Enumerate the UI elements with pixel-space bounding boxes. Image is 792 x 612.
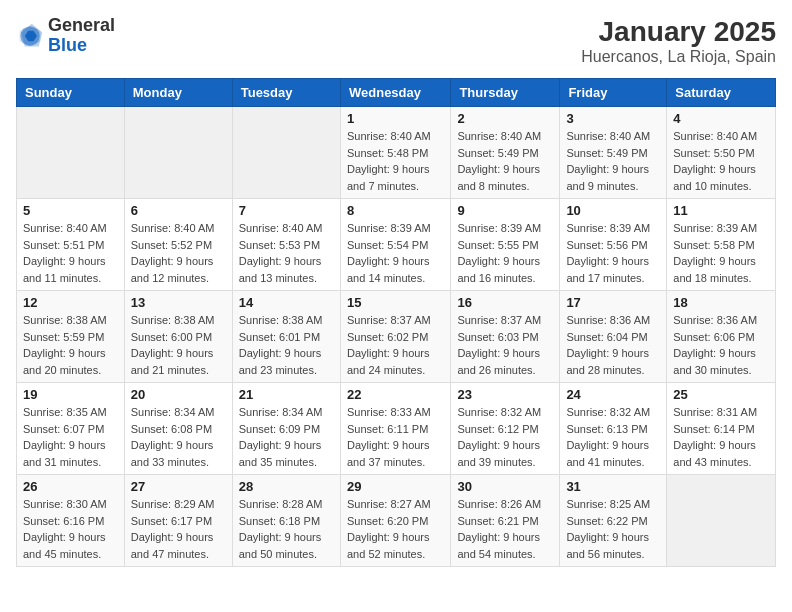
header: General Blue January 2025 Huercanos, La … bbox=[16, 16, 776, 66]
calendar-cell: 6Sunrise: 8:40 AM Sunset: 5:52 PM Daylig… bbox=[124, 199, 232, 291]
day-info: Sunrise: 8:25 AM Sunset: 6:22 PM Dayligh… bbox=[566, 496, 660, 562]
logo-blue-text: Blue bbox=[48, 35, 87, 55]
day-info: Sunrise: 8:38 AM Sunset: 6:00 PM Dayligh… bbox=[131, 312, 226, 378]
calendar-cell: 24Sunrise: 8:32 AM Sunset: 6:13 PM Dayli… bbox=[560, 383, 667, 475]
calendar-cell: 9Sunrise: 8:39 AM Sunset: 5:55 PM Daylig… bbox=[451, 199, 560, 291]
calendar-cell: 2Sunrise: 8:40 AM Sunset: 5:49 PM Daylig… bbox=[451, 107, 560, 199]
header-tuesday: Tuesday bbox=[232, 79, 340, 107]
day-info: Sunrise: 8:31 AM Sunset: 6:14 PM Dayligh… bbox=[673, 404, 769, 470]
calendar-cell: 18Sunrise: 8:36 AM Sunset: 6:06 PM Dayli… bbox=[667, 291, 776, 383]
calendar-week-row: 5Sunrise: 8:40 AM Sunset: 5:51 PM Daylig… bbox=[17, 199, 776, 291]
calendar-cell: 11Sunrise: 8:39 AM Sunset: 5:58 PM Dayli… bbox=[667, 199, 776, 291]
calendar-cell: 26Sunrise: 8:30 AM Sunset: 6:16 PM Dayli… bbox=[17, 475, 125, 567]
day-info: Sunrise: 8:32 AM Sunset: 6:13 PM Dayligh… bbox=[566, 404, 660, 470]
calendar-cell: 17Sunrise: 8:36 AM Sunset: 6:04 PM Dayli… bbox=[560, 291, 667, 383]
day-number: 13 bbox=[131, 295, 226, 310]
calendar-cell: 19Sunrise: 8:35 AM Sunset: 6:07 PM Dayli… bbox=[17, 383, 125, 475]
day-info: Sunrise: 8:29 AM Sunset: 6:17 PM Dayligh… bbox=[131, 496, 226, 562]
calendar-cell: 21Sunrise: 8:34 AM Sunset: 6:09 PM Dayli… bbox=[232, 383, 340, 475]
day-info: Sunrise: 8:33 AM Sunset: 6:11 PM Dayligh… bbox=[347, 404, 444, 470]
day-info: Sunrise: 8:34 AM Sunset: 6:09 PM Dayligh… bbox=[239, 404, 334, 470]
day-info: Sunrise: 8:39 AM Sunset: 5:54 PM Dayligh… bbox=[347, 220, 444, 286]
calendar-cell: 27Sunrise: 8:29 AM Sunset: 6:17 PM Dayli… bbox=[124, 475, 232, 567]
weekday-header-row: Sunday Monday Tuesday Wednesday Thursday… bbox=[17, 79, 776, 107]
header-saturday: Saturday bbox=[667, 79, 776, 107]
day-number: 3 bbox=[566, 111, 660, 126]
calendar-cell: 22Sunrise: 8:33 AM Sunset: 6:11 PM Dayli… bbox=[340, 383, 450, 475]
day-number: 14 bbox=[239, 295, 334, 310]
header-wednesday: Wednesday bbox=[340, 79, 450, 107]
calendar-title: January 2025 bbox=[581, 16, 776, 48]
day-info: Sunrise: 8:37 AM Sunset: 6:03 PM Dayligh… bbox=[457, 312, 553, 378]
day-number: 26 bbox=[23, 479, 118, 494]
calendar-cell bbox=[667, 475, 776, 567]
logo-icon bbox=[16, 22, 44, 50]
calendar-cell: 5Sunrise: 8:40 AM Sunset: 5:51 PM Daylig… bbox=[17, 199, 125, 291]
calendar-cell bbox=[232, 107, 340, 199]
calendar-cell: 16Sunrise: 8:37 AM Sunset: 6:03 PM Dayli… bbox=[451, 291, 560, 383]
day-info: Sunrise: 8:40 AM Sunset: 5:49 PM Dayligh… bbox=[457, 128, 553, 194]
day-number: 8 bbox=[347, 203, 444, 218]
day-number: 23 bbox=[457, 387, 553, 402]
day-number: 1 bbox=[347, 111, 444, 126]
day-info: Sunrise: 8:39 AM Sunset: 5:55 PM Dayligh… bbox=[457, 220, 553, 286]
calendar-cell: 14Sunrise: 8:38 AM Sunset: 6:01 PM Dayli… bbox=[232, 291, 340, 383]
calendar-cell: 15Sunrise: 8:37 AM Sunset: 6:02 PM Dayli… bbox=[340, 291, 450, 383]
day-info: Sunrise: 8:40 AM Sunset: 5:48 PM Dayligh… bbox=[347, 128, 444, 194]
calendar-cell: 7Sunrise: 8:40 AM Sunset: 5:53 PM Daylig… bbox=[232, 199, 340, 291]
day-number: 24 bbox=[566, 387, 660, 402]
calendar-week-row: 26Sunrise: 8:30 AM Sunset: 6:16 PM Dayli… bbox=[17, 475, 776, 567]
header-monday: Monday bbox=[124, 79, 232, 107]
day-number: 30 bbox=[457, 479, 553, 494]
day-info: Sunrise: 8:38 AM Sunset: 6:01 PM Dayligh… bbox=[239, 312, 334, 378]
day-number: 11 bbox=[673, 203, 769, 218]
calendar-cell: 3Sunrise: 8:40 AM Sunset: 5:49 PM Daylig… bbox=[560, 107, 667, 199]
day-info: Sunrise: 8:40 AM Sunset: 5:53 PM Dayligh… bbox=[239, 220, 334, 286]
title-area: January 2025 Huercanos, La Rioja, Spain bbox=[581, 16, 776, 66]
calendar-cell: 1Sunrise: 8:40 AM Sunset: 5:48 PM Daylig… bbox=[340, 107, 450, 199]
calendar-week-row: 1Sunrise: 8:40 AM Sunset: 5:48 PM Daylig… bbox=[17, 107, 776, 199]
day-number: 17 bbox=[566, 295, 660, 310]
calendar-cell: 29Sunrise: 8:27 AM Sunset: 6:20 PM Dayli… bbox=[340, 475, 450, 567]
calendar-cell: 23Sunrise: 8:32 AM Sunset: 6:12 PM Dayli… bbox=[451, 383, 560, 475]
calendar-week-row: 19Sunrise: 8:35 AM Sunset: 6:07 PM Dayli… bbox=[17, 383, 776, 475]
day-number: 6 bbox=[131, 203, 226, 218]
calendar-cell: 13Sunrise: 8:38 AM Sunset: 6:00 PM Dayli… bbox=[124, 291, 232, 383]
day-number: 31 bbox=[566, 479, 660, 494]
day-info: Sunrise: 8:28 AM Sunset: 6:18 PM Dayligh… bbox=[239, 496, 334, 562]
day-info: Sunrise: 8:30 AM Sunset: 6:16 PM Dayligh… bbox=[23, 496, 118, 562]
calendar-table: Sunday Monday Tuesday Wednesday Thursday… bbox=[16, 78, 776, 567]
day-number: 29 bbox=[347, 479, 444, 494]
calendar-week-row: 12Sunrise: 8:38 AM Sunset: 5:59 PM Dayli… bbox=[17, 291, 776, 383]
day-info: Sunrise: 8:39 AM Sunset: 5:58 PM Dayligh… bbox=[673, 220, 769, 286]
day-number: 7 bbox=[239, 203, 334, 218]
calendar-cell: 4Sunrise: 8:40 AM Sunset: 5:50 PM Daylig… bbox=[667, 107, 776, 199]
day-info: Sunrise: 8:36 AM Sunset: 6:04 PM Dayligh… bbox=[566, 312, 660, 378]
day-info: Sunrise: 8:34 AM Sunset: 6:08 PM Dayligh… bbox=[131, 404, 226, 470]
day-number: 27 bbox=[131, 479, 226, 494]
day-info: Sunrise: 8:36 AM Sunset: 6:06 PM Dayligh… bbox=[673, 312, 769, 378]
day-info: Sunrise: 8:26 AM Sunset: 6:21 PM Dayligh… bbox=[457, 496, 553, 562]
day-info: Sunrise: 8:40 AM Sunset: 5:51 PM Dayligh… bbox=[23, 220, 118, 286]
calendar-cell: 31Sunrise: 8:25 AM Sunset: 6:22 PM Dayli… bbox=[560, 475, 667, 567]
day-number: 21 bbox=[239, 387, 334, 402]
calendar-cell: 25Sunrise: 8:31 AM Sunset: 6:14 PM Dayli… bbox=[667, 383, 776, 475]
logo: General Blue bbox=[16, 16, 115, 56]
day-info: Sunrise: 8:39 AM Sunset: 5:56 PM Dayligh… bbox=[566, 220, 660, 286]
day-number: 22 bbox=[347, 387, 444, 402]
calendar-cell: 8Sunrise: 8:39 AM Sunset: 5:54 PM Daylig… bbox=[340, 199, 450, 291]
calendar-cell bbox=[124, 107, 232, 199]
day-info: Sunrise: 8:37 AM Sunset: 6:02 PM Dayligh… bbox=[347, 312, 444, 378]
day-number: 4 bbox=[673, 111, 769, 126]
day-info: Sunrise: 8:40 AM Sunset: 5:50 PM Dayligh… bbox=[673, 128, 769, 194]
day-number: 15 bbox=[347, 295, 444, 310]
header-friday: Friday bbox=[560, 79, 667, 107]
calendar-cell: 28Sunrise: 8:28 AM Sunset: 6:18 PM Dayli… bbox=[232, 475, 340, 567]
day-number: 20 bbox=[131, 387, 226, 402]
day-info: Sunrise: 8:40 AM Sunset: 5:49 PM Dayligh… bbox=[566, 128, 660, 194]
calendar-cell: 12Sunrise: 8:38 AM Sunset: 5:59 PM Dayli… bbox=[17, 291, 125, 383]
calendar-cell: 30Sunrise: 8:26 AM Sunset: 6:21 PM Dayli… bbox=[451, 475, 560, 567]
day-info: Sunrise: 8:40 AM Sunset: 5:52 PM Dayligh… bbox=[131, 220, 226, 286]
day-number: 5 bbox=[23, 203, 118, 218]
header-sunday: Sunday bbox=[17, 79, 125, 107]
